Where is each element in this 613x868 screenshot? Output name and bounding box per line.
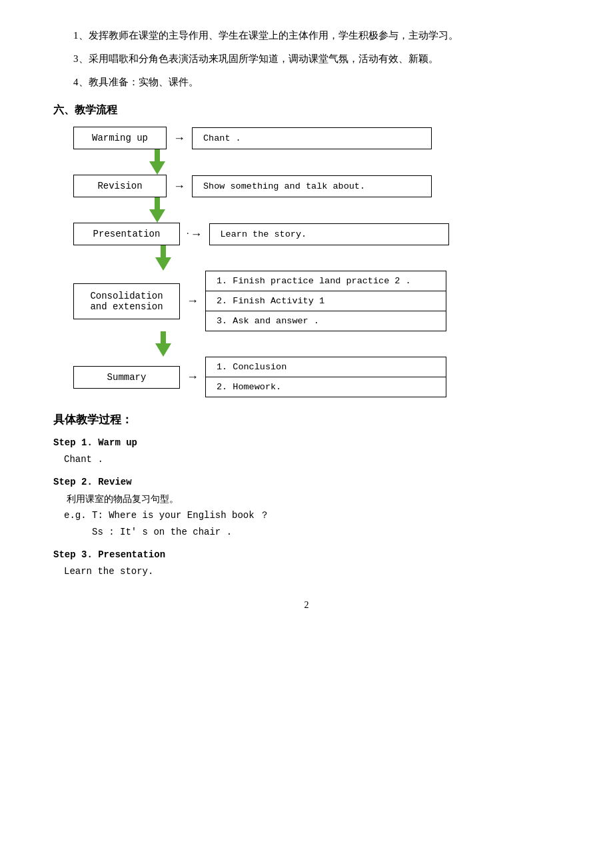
paragraph-1: 1、发挥教师在课堂的主导作用、学生在课堂上的主体作用，学生积极参与，主动学习。: [53, 27, 560, 45]
flow-box-consolidation: Consolidation and extension: [73, 283, 180, 319]
flow-row-consolidation: Consolidation and extension → 1. Finish …: [73, 271, 446, 331]
flow-right-presentation: Learn the story.: [209, 223, 449, 245]
svg-marker-0: [149, 149, 165, 175]
step-3-title: Step 3. Presentation: [53, 547, 560, 563]
arrow-down-4: [117, 331, 210, 357]
svg-marker-2: [155, 245, 171, 271]
arrow-right-summary: →: [187, 370, 199, 384]
arrow-right-revision: →: [173, 179, 185, 193]
arrow-right-consolidation: →: [187, 294, 199, 308]
step-2-body: 利用课室的物品复习句型。 e.g. T: Where is your Engli…: [53, 491, 560, 541]
specific-heading: 具体教学过程：: [53, 412, 560, 427]
consolidation-item-2: 2. Finish Activity 1: [206, 291, 446, 311]
step-2-title: Step 2. Review: [53, 475, 560, 491]
summary-item-2: 2. Homework.: [206, 377, 446, 397]
arrow-down-1: [111, 149, 204, 175]
step-3-block: Step 3. Presentation Learn the story.: [53, 547, 560, 580]
flow-box-summary: Summary: [73, 366, 180, 389]
consolidation-line2: and extension: [81, 301, 173, 312]
summary-item-1: 1. Conclusion: [206, 357, 446, 377]
step-2-line-eg2: Ss : It' s on the chair .: [64, 524, 560, 541]
arrow-right-warming-up: →: [173, 131, 185, 145]
step-3-body: Learn the story.: [53, 563, 560, 580]
step-1-title: Step 1. Warm up: [53, 435, 560, 451]
flow-row-presentation: Presentation ·→ Learn the story.: [73, 223, 449, 245]
section-heading: 六、教学流程: [53, 103, 560, 117]
svg-marker-3: [155, 331, 171, 357]
page-content: 1、发挥教师在课堂的主导作用、学生在课堂上的主体作用，学生积极参与，主动学习。 …: [53, 27, 560, 611]
flow-box-presentation: Presentation: [73, 223, 180, 245]
consolidation-line1: Consolidation: [81, 291, 173, 301]
arrow-down-3: [117, 245, 210, 271]
step-1-body: Chant .: [53, 451, 560, 468]
step-3-line-1: Learn the story.: [64, 563, 560, 580]
flow-right-revision: Show something and talk about.: [192, 175, 432, 197]
consolidation-item-1: 1. Finish practice land practice 2 .: [206, 271, 446, 291]
page-number: 2: [53, 600, 560, 611]
flow-row-summary: Summary → 1. Conclusion 2. Homework.: [73, 357, 446, 397]
flow-right-consolidation: 1. Finish practice land practice 2 . 2. …: [205, 271, 446, 331]
step-2-line-eg1: e.g. T: Where is your English book ？: [64, 507, 560, 524]
flow-box-revision: Revision: [73, 175, 167, 197]
flow-diagram: Warming up → Chant . Revision → Show som…: [73, 127, 560, 397]
flow-row-warming-up: Warming up → Chant .: [73, 127, 432, 149]
paragraph-3: 4、教具准备：实物、课件。: [53, 73, 560, 91]
consolidation-item-3: 3. Ask and answer .: [206, 311, 446, 331]
flow-right-summary: 1. Conclusion 2. Homework.: [205, 357, 446, 397]
step-1-line-1: Chant .: [64, 451, 560, 468]
svg-marker-1: [149, 197, 165, 223]
arrow-down-2: [111, 197, 204, 223]
flow-box-warming-up: Warming up: [73, 127, 167, 149]
step-2-line-cn: 利用课室的物品复习句型。: [64, 491, 560, 507]
flow-row-revision: Revision → Show something and talk about…: [73, 175, 432, 197]
arrow-right-presentation: ·→: [187, 227, 203, 241]
paragraph-2: 3、采用唱歌和分角色表演活动来巩固所学知道，调动课堂气氛，活动有效、新颖。: [53, 50, 560, 68]
step-1-block: Step 1. Warm up Chant .: [53, 435, 560, 468]
flow-right-warming-up: Chant .: [192, 127, 432, 149]
step-2-block: Step 2. Review 利用课室的物品复习句型。 e.g. T: Wher…: [53, 475, 560, 541]
